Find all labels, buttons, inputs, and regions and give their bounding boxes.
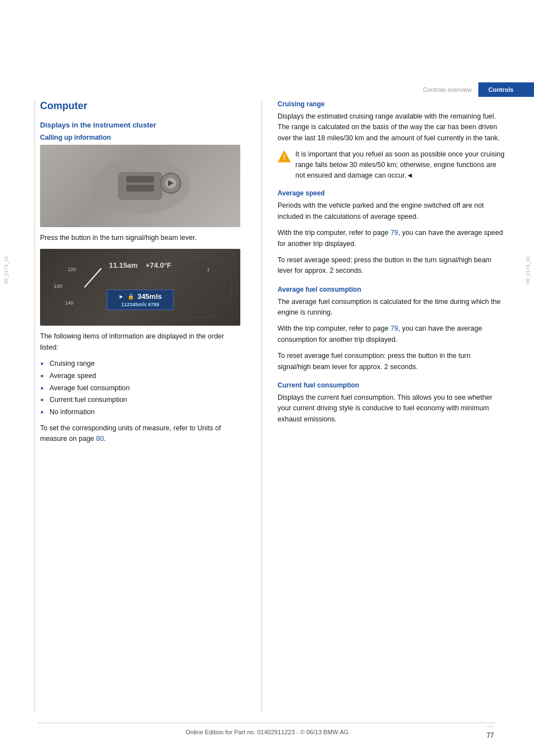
list-item: ► Cruising range (40, 359, 240, 369)
avg-fuel-body3: To reset average fuel consumption: press… (278, 351, 505, 372)
svg-rect-3 (126, 185, 154, 192)
bullet-list: ► Cruising range ► Average speed ► Avera… (40, 359, 240, 418)
lever-svg (85, 153, 196, 219)
avg-fuel-body2: With the trip computer, refer to page 79… (278, 323, 505, 345)
warning-box: ! It is important that you refuel as soo… (278, 149, 505, 180)
units-text-prefix: To set the corresponding units of measur… (40, 424, 221, 443)
bullet-arrow-2: ► (40, 372, 45, 380)
display-temp: +74.0°F (146, 261, 171, 269)
list-item: ► No information (40, 407, 240, 418)
warning-text: It is important that you refuel as soon … (295, 149, 505, 180)
svg-text:220: 220 (68, 267, 76, 272)
current-fuel-title: Current fuel consumption (278, 381, 505, 389)
svg-text:180: 180 (54, 283, 62, 289)
bullet-arrow-4: ► (40, 396, 45, 404)
list-item-label-3: Average fuel consumption (50, 383, 130, 394)
warning-triangle-icon: ! (278, 150, 291, 164)
bullet-arrow-3: ► (40, 385, 45, 392)
list-item: ► Average fuel consumption (40, 383, 240, 394)
list-item-label-4: Current fuel consumption (50, 395, 127, 405)
section-title: Computer (40, 100, 240, 112)
display-mileage: 112345mls 6789 (113, 302, 167, 307)
cluster-time: 11.15am +74.0°F (109, 261, 171, 269)
page-number: 77 (487, 726, 494, 739)
cruising-range-title: Cruising range (278, 100, 505, 108)
svg-text:140: 140 (65, 300, 73, 306)
units-text-end: . (104, 435, 106, 443)
cruising-range-body: Displays the estimated cruising range av… (278, 111, 505, 144)
list-item-label-2: Average speed (50, 371, 96, 381)
left-column: Computer Displays in the instrument clus… (0, 100, 256, 711)
display-range: 345mls (137, 292, 162, 301)
average-speed-section: Average speed Periods with the vehicle p… (278, 189, 505, 276)
following-text: The following items of information are d… (40, 331, 240, 353)
footer-text: Online Edition for Part no. 01402911223 … (185, 729, 348, 735)
list-item-label-5: No information (50, 407, 95, 418)
avg-speed-link[interactable]: 79 (390, 229, 398, 237)
units-link[interactable]: 80 (96, 435, 104, 443)
instrument-cluster-image-2: 220 180 140 1 11.15am +74.0°F (40, 249, 240, 326)
controls-text: Controls (488, 86, 513, 93)
sub-subsection-title: Calling up information (40, 134, 240, 141)
cluster-img-2-bg: 220 180 140 1 11.15am +74.0°F (40, 249, 240, 326)
warning-svg: ! (278, 150, 291, 163)
average-fuel-title: Average fuel consumption (278, 286, 505, 293)
bullet-arrow-5: ► (40, 409, 45, 416)
svg-rect-2 (126, 176, 154, 183)
avg-fuel-prefix: With the trip computer, refer to page (278, 325, 390, 332)
list-item-label-1: Cruising range (50, 359, 95, 369)
gauge-svg: 220 180 140 1 (40, 249, 240, 326)
average-speed-title: Average speed (278, 189, 505, 197)
list-item: ► Average speed (40, 371, 240, 381)
units-text: To set the corresponding units of measur… (40, 423, 240, 445)
avg-fuel-body1: The average fuel consumption is calculat… (278, 297, 505, 318)
main-content: Computer Displays in the instrument clus… (0, 100, 534, 711)
controls-label: Controls (478, 82, 534, 97)
svg-point-13 (171, 257, 232, 318)
svg-text:!: ! (283, 154, 285, 161)
current-fuel-section: Current fuel consumption Displays the cu… (278, 381, 505, 425)
svg-line-12 (85, 268, 101, 287)
svg-point-14 (176, 262, 226, 312)
cluster-display-box: ► 🔒 345mls 112345mls 6789 (107, 289, 174, 310)
bullet-arrow-1: ► (40, 360, 45, 368)
instrument-cluster-image-1 (40, 145, 240, 227)
list-item: ► Current fuel consumption (40, 395, 240, 405)
right-column: Cruising range Displays the estimated cr… (261, 100, 534, 711)
svg-text:1: 1 (207, 267, 210, 272)
press-text: Press the button in the turn signal/high… (40, 233, 240, 243)
controls-overview-label: Controls overview (417, 82, 478, 97)
footer-area: Online Edition for Part no. 01402911223 … (38, 723, 496, 756)
cruising-range-section: Cruising range Displays the estimated cr… (278, 100, 505, 180)
cluster-img-1-bg (40, 145, 240, 227)
avg-speed-body3: To reset average speed: press the button… (278, 255, 505, 277)
avg-fuel-link[interactable]: 79 (390, 325, 398, 332)
display-time: 11.15am (109, 261, 137, 269)
average-fuel-section: Average fuel consumption The average fue… (278, 286, 505, 372)
header-bar: Controls overview Controls (417, 82, 534, 97)
avg-speed-prefix: With the trip computer, refer to page (278, 229, 390, 237)
subsection-title: Displays in the instrument cluster (40, 121, 240, 129)
avg-speed-body1: Periods with the vehicle parked and the … (278, 200, 505, 222)
avg-speed-body2: With the trip computer, refer to page 79… (278, 228, 505, 249)
current-fuel-body: Displays the current fuel consumption. T… (278, 392, 505, 425)
controls-overview-text: Controls overview (423, 86, 472, 93)
